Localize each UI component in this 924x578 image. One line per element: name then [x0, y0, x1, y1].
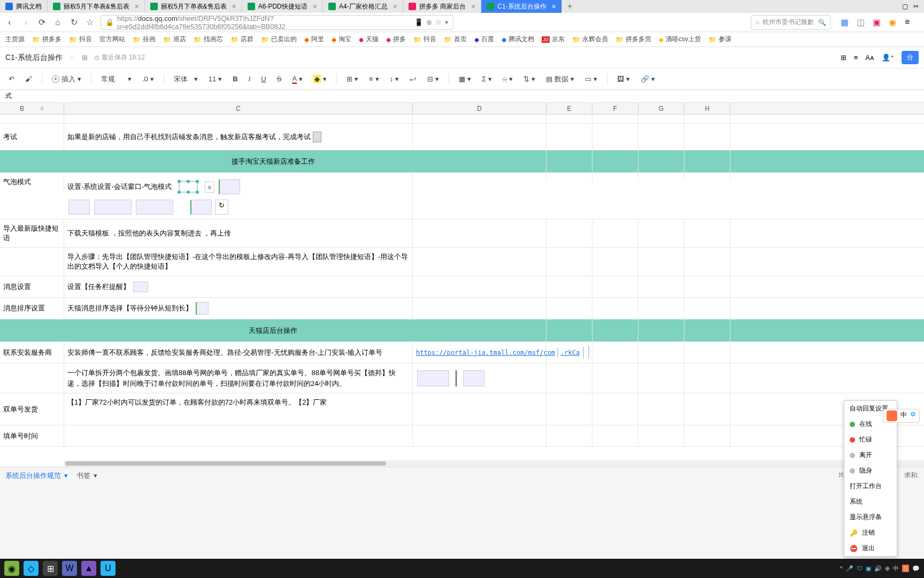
cell[interactable]: 安装师傅一直不联系顾客，反馈给安装服务商处理。路径-交易管理-无忧购服务台-上门…: [64, 342, 413, 363]
image-thumbnail[interactable]: [133, 282, 148, 292]
valign-button[interactable]: ↕▾: [387, 73, 403, 85]
ime-lang[interactable]: 中: [900, 410, 907, 421]
cell[interactable]: 【1】厂家72小时内可以发货的订单，在顾客付款的72小时再来填双单号。【2】厂家: [64, 393, 413, 425]
bookmark-item[interactable]: 📁永辉会员: [572, 35, 608, 44]
image-thumbnail[interactable]: [136, 200, 173, 215]
insert-button[interactable]: +插入▾: [49, 72, 84, 86]
fill-color-button[interactable]: ◆▾: [310, 73, 330, 85]
scissors-icon[interactable]: ✂: [913, 3, 919, 10]
image-button[interactable]: 🖼▾: [614, 73, 633, 85]
tray-ime-icon[interactable]: 中: [893, 565, 899, 573]
filter-button[interactable]: ⍾▾: [499, 73, 516, 85]
cell[interactable]: https://portal-jia.tmall.com/msf/com .rk…: [413, 342, 546, 363]
new-tab-button[interactable]: +: [562, 2, 578, 11]
tab-sheet-3[interactable]: A6-PDD快捷短语×: [242, 0, 323, 13]
home-button[interactable]: ⌂: [52, 17, 63, 28]
close-icon[interactable]: ×: [471, 2, 475, 11]
table-row[interactable]: 导入步骤：先导出【团队管理快捷短语】-在这个导出的模板上修改内容-再导入【团队管…: [0, 248, 924, 276]
crop-icon[interactable]: ⟐: [205, 181, 214, 193]
sort-button[interactable]: ⇅▾: [520, 73, 538, 85]
table-row[interactable]: 消息排序设置 天猫消息排序选择【等待分钟从短到长】: [0, 298, 924, 320]
cell[interactable]: 双单号发货: [0, 393, 64, 425]
horizontal-scrollbar[interactable]: [64, 460, 924, 467]
ime-floating-bar[interactable]: 中 ⚙: [883, 409, 920, 423]
url-box[interactable]: 🔒 https://docs.qq.com/sheet/DRFV5QkR3TIh…: [101, 15, 453, 30]
diagram-thumbnail[interactable]: [175, 177, 202, 196]
collab-icon[interactable]: 👤⁺: [882, 54, 894, 62]
formula-bar[interactable]: 式: [0, 90, 924, 103]
chevron-down-icon[interactable]: ▾: [64, 471, 68, 480]
col-header[interactable]: F: [592, 103, 638, 114]
bookmark-item[interactable]: 📁参课: [709, 35, 732, 44]
list-icon[interactable]: ≡: [854, 54, 858, 62]
ext2-icon[interactable]: ▣: [873, 17, 883, 28]
cell[interactable]: 下载天猫模板 ，按照他的表头内容复制进去 ，再上传: [64, 219, 413, 247]
text-style-icon[interactable]: Aᴀ: [865, 54, 874, 62]
cell[interactable]: 设置-系统设置-会话窗口-气泡模式 ⟐ ↻: [64, 173, 413, 219]
menu-busy[interactable]: 忙碌: [844, 432, 897, 447]
menu-logout[interactable]: 🔑注销: [844, 525, 897, 541]
reload-button[interactable]: ⟳: [36, 17, 47, 28]
tab-current[interactable]: C1-系统后台操作×: [481, 0, 562, 13]
menu-icon[interactable]: ≡: [905, 17, 915, 28]
table-row[interactable]: 消息设置 设置【任务栏提醒】: [0, 276, 924, 298]
cell[interactable]: 设置【任务栏提醒】: [64, 276, 413, 297]
bookmark-item[interactable]: 📁拼多多营: [615, 35, 651, 44]
table-row[interactable]: 考试 如果是新的店铺，用自己手机找到店铺发条消息，触发新店客服考试，完成考试: [0, 124, 924, 150]
table-row[interactable]: 一个订单拆开分两个包裹发货。画填88单号网的单号，赠品填厂家的真实单号。88单号…: [0, 363, 924, 393]
reader-icon[interactable]: 📱: [414, 18, 423, 26]
sum-button[interactable]: Σ▾: [479, 73, 495, 85]
tray-sogou-icon[interactable]: S: [902, 565, 909, 572]
image-thumbnail[interactable]: [417, 370, 449, 386]
chevron-down-icon[interactable]: ▾: [94, 471, 97, 480]
bookmark-item[interactable]: JD京东: [542, 35, 565, 44]
task-app-5[interactable]: U: [101, 561, 116, 576]
bookmark-item[interactable]: ◆拼多: [386, 35, 406, 44]
sogou-icon[interactable]: [887, 410, 897, 421]
image-thumbnail[interactable]: [219, 179, 240, 194]
tab-list-icon[interactable]: ▢: [902, 3, 908, 10]
menu-system[interactable]: 系统: [844, 494, 897, 509]
image-thumbnail[interactable]: [190, 200, 212, 215]
cell[interactable]: 一个订单拆开分两个包裹发货。画填88单号网的单号，赠品填厂家的真实单号。88单号…: [64, 363, 413, 393]
menu-exit[interactable]: ⛔退出: [844, 541, 897, 556]
section-header-row[interactable]: 天猫店后台操作: [0, 320, 924, 342]
grid-icon[interactable]: ▦: [841, 17, 851, 28]
cell[interactable]: [413, 363, 546, 393]
image-thumbnail[interactable]: [94, 200, 132, 215]
document-title[interactable]: C1-系统后台操作: [5, 53, 63, 63]
tab-sheet-4[interactable]: A4-厂家价格汇总×: [323, 0, 403, 13]
bookmark-item[interactable]: 📁抖音: [413, 35, 436, 44]
align-button[interactable]: ≡▾: [366, 73, 382, 85]
menu-show-float[interactable]: 显示悬浮条: [844, 509, 897, 525]
bookmark-item[interactable]: 📁首页: [444, 35, 467, 44]
bookmark-item[interactable]: 📁店群: [230, 35, 253, 44]
bookmark-item[interactable]: 📁巡店: [163, 35, 186, 44]
cell[interactable]: 填单号时间: [0, 425, 64, 446]
close-icon[interactable]: ×: [313, 2, 317, 11]
col-header[interactable]: C: [64, 103, 413, 114]
wrap-button[interactable]: ⮐: [406, 73, 420, 85]
col-header[interactable]: H: [684, 103, 730, 114]
col-header[interactable]: B≡: [0, 103, 64, 114]
cell[interactable]: 考试: [0, 124, 64, 150]
image-thumbnail[interactable]: [196, 302, 209, 315]
tab-sheet-1[interactable]: 丽权5月下单表&售后表×: [48, 0, 145, 13]
ime-settings-icon[interactable]: ⚙: [910, 410, 916, 421]
task-app-2[interactable]: ⊞: [43, 561, 58, 576]
menu-away[interactable]: 离开: [844, 447, 897, 463]
forward-button[interactable]: ›: [20, 17, 31, 28]
ext1-icon[interactable]: ◫: [857, 17, 867, 28]
bookmark-item[interactable]: ◆阿里: [304, 35, 324, 44]
extension-icon[interactable]: ⊕: [426, 18, 432, 26]
tab-pdd[interactable]: 拼多多 商家后台×: [403, 0, 482, 13]
menu-hidden[interactable]: 隐身: [844, 463, 897, 478]
start-button[interactable]: ◉: [4, 561, 19, 576]
table-row[interactable]: 联系安装服务商 安装师傅一直不联系顾客，反馈给安装服务商处理。路径-交易管理-无…: [0, 342, 924, 363]
add-person-icon[interactable]: ⊞: [841, 54, 846, 62]
tray-notify-icon[interactable]: 💬: [912, 565, 920, 572]
cell[interactable]: 导入步骤：先导出【团队管理快捷短语】-在这个导出的模板上修改内容-再导入【团队管…: [64, 248, 413, 276]
bookmark-item[interactable]: ◆淘宝: [332, 35, 351, 44]
bookmark-item[interactable]: 📁找画芯: [194, 35, 223, 44]
format-select[interactable]: 常规▾: [98, 72, 135, 86]
